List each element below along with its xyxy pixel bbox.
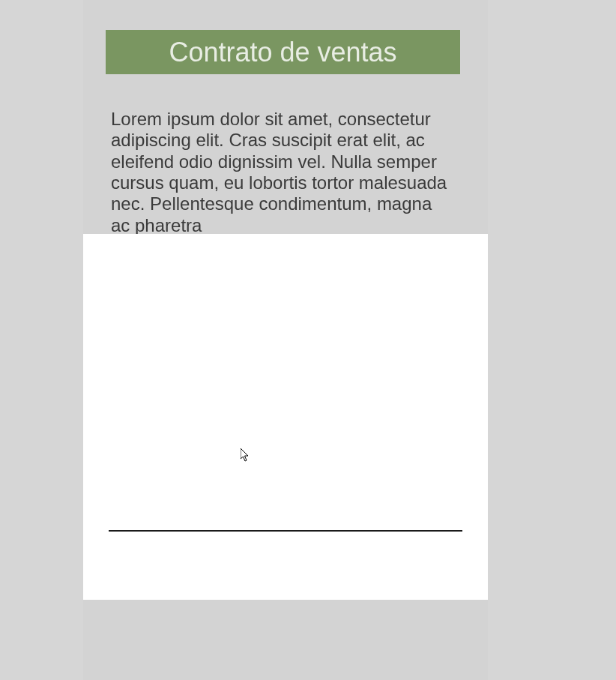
signature-line — [109, 530, 462, 532]
document-body-container: Lorem ipsum dolor sit amet, consectetur … — [111, 109, 456, 236]
document-title: Contrato de ventas — [169, 37, 396, 68]
document-body-text: Lorem ipsum dolor sit amet, consectetur … — [111, 109, 456, 236]
document-page-bottom — [83, 600, 488, 680]
signature-page[interactable] — [83, 234, 488, 600]
document-title-bar: Contrato de ventas — [106, 30, 460, 74]
